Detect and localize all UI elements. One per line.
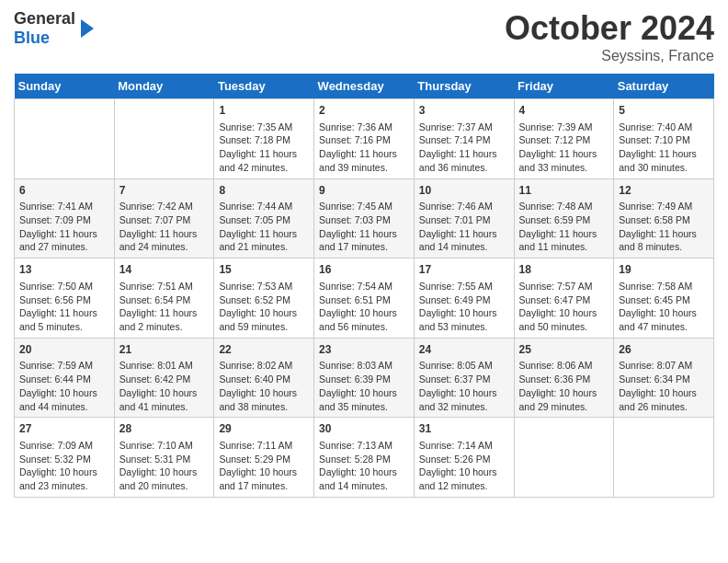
calendar-cell: 29Sunrise: 7:11 AM Sunset: 5:29 PM Dayli…: [214, 418, 314, 498]
day-info: Sunrise: 7:57 AM Sunset: 6:47 PM Dayligh…: [519, 280, 609, 334]
day-info: Sunrise: 8:01 AM Sunset: 6:42 PM Dayligh…: [119, 359, 210, 413]
logo-icon: General Blue: [14, 9, 75, 47]
header: General Blue October 2024 Seyssins, Fran…: [14, 9, 714, 64]
calendar-cell: 4Sunrise: 7:39 AM Sunset: 7:12 PM Daylig…: [514, 99, 614, 179]
day-info: Sunrise: 7:49 AM Sunset: 6:58 PM Dayligh…: [619, 200, 709, 254]
logo-general: General: [14, 9, 75, 28]
day-number: 22: [219, 342, 309, 358]
calendar-cell: 18Sunrise: 7:57 AM Sunset: 6:47 PM Dayli…: [514, 259, 614, 339]
calendar-cell: 22Sunrise: 8:02 AM Sunset: 6:40 PM Dayli…: [214, 338, 314, 418]
calendar-cell: 20Sunrise: 7:59 AM Sunset: 6:44 PM Dayli…: [15, 338, 115, 418]
day-info: Sunrise: 7:51 AM Sunset: 6:54 PM Dayligh…: [119, 280, 210, 334]
col-header-sunday: Sunday: [15, 74, 115, 99]
week-row-2: 6Sunrise: 7:41 AM Sunset: 7:09 PM Daylig…: [15, 178, 714, 259]
day-number: 6: [19, 183, 109, 199]
day-number: 2: [319, 103, 409, 119]
logo-arrow-icon: [81, 19, 94, 38]
location: Seyssins, France: [505, 48, 714, 64]
day-info: Sunrise: 7:55 AM Sunset: 6:49 PM Dayligh…: [419, 280, 509, 334]
calendar-cell: 28Sunrise: 7:10 AM Sunset: 5:31 PM Dayli…: [114, 418, 214, 498]
day-number: 25: [519, 342, 609, 358]
calendar-table: SundayMondayTuesdayWednesdayThursdayFrid…: [14, 74, 714, 498]
day-number: 3: [419, 103, 509, 119]
day-info: Sunrise: 8:07 AM Sunset: 6:34 PM Dayligh…: [619, 359, 709, 413]
month-title: October 2024: [505, 9, 714, 48]
calendar-cell: 17Sunrise: 7:55 AM Sunset: 6:49 PM Dayli…: [414, 259, 514, 339]
logo: General Blue: [14, 9, 94, 47]
calendar-cell: 2Sunrise: 7:36 AM Sunset: 7:16 PM Daylig…: [314, 99, 415, 179]
day-number: 15: [219, 262, 309, 278]
day-number: 5: [619, 103, 709, 119]
col-header-tuesday: Tuesday: [214, 74, 314, 99]
day-info: Sunrise: 7:10 AM Sunset: 5:31 PM Dayligh…: [119, 439, 210, 493]
calendar-cell: 24Sunrise: 8:05 AM Sunset: 6:37 PM Dayli…: [414, 338, 514, 418]
calendar-cell: 3Sunrise: 7:37 AM Sunset: 7:14 PM Daylig…: [414, 99, 514, 179]
calendar-cell: 8Sunrise: 7:44 AM Sunset: 7:05 PM Daylig…: [214, 178, 314, 259]
day-number: 1: [219, 103, 309, 119]
day-info: Sunrise: 7:53 AM Sunset: 6:52 PM Dayligh…: [219, 280, 309, 334]
calendar-cell: 30Sunrise: 7:13 AM Sunset: 5:28 PM Dayli…: [314, 418, 415, 498]
col-header-wednesday: Wednesday: [314, 74, 415, 99]
day-info: Sunrise: 7:40 AM Sunset: 7:10 PM Dayligh…: [619, 121, 709, 175]
day-number: 14: [119, 262, 210, 278]
day-info: Sunrise: 7:45 AM Sunset: 7:03 PM Dayligh…: [319, 200, 409, 254]
day-number: 28: [119, 421, 210, 437]
day-info: Sunrise: 7:48 AM Sunset: 6:59 PM Dayligh…: [519, 200, 609, 254]
calendar-cell: 19Sunrise: 7:58 AM Sunset: 6:45 PM Dayli…: [614, 259, 714, 339]
calendar-cell: 1Sunrise: 7:35 AM Sunset: 7:18 PM Daylig…: [214, 99, 314, 179]
day-number: 7: [119, 183, 210, 199]
calendar-cell: 25Sunrise: 8:06 AM Sunset: 6:36 PM Dayli…: [514, 338, 614, 418]
calendar-cell: 14Sunrise: 7:51 AM Sunset: 6:54 PM Dayli…: [114, 259, 214, 339]
day-number: 30: [319, 421, 409, 437]
day-number: 13: [19, 262, 109, 278]
day-info: Sunrise: 7:41 AM Sunset: 7:09 PM Dayligh…: [19, 200, 109, 254]
day-info: Sunrise: 7:44 AM Sunset: 7:05 PM Dayligh…: [219, 200, 309, 254]
col-header-monday: Monday: [114, 74, 214, 99]
day-number: 18: [519, 262, 609, 278]
calendar-header-row: SundayMondayTuesdayWednesdayThursdayFrid…: [15, 74, 714, 99]
calendar-cell: [114, 99, 214, 179]
calendar-cell: 31Sunrise: 7:14 AM Sunset: 5:26 PM Dayli…: [414, 418, 514, 498]
day-info: Sunrise: 7:58 AM Sunset: 6:45 PM Dayligh…: [619, 280, 709, 334]
day-info: Sunrise: 7:09 AM Sunset: 5:32 PM Dayligh…: [19, 439, 109, 493]
day-info: Sunrise: 7:42 AM Sunset: 7:07 PM Dayligh…: [119, 200, 210, 254]
day-info: Sunrise: 7:54 AM Sunset: 6:51 PM Dayligh…: [319, 280, 409, 334]
day-info: Sunrise: 8:06 AM Sunset: 6:36 PM Dayligh…: [519, 359, 609, 413]
day-number: 23: [319, 342, 409, 358]
day-info: Sunrise: 7:37 AM Sunset: 7:14 PM Dayligh…: [419, 121, 509, 175]
day-number: 26: [619, 342, 709, 358]
calendar-cell: 11Sunrise: 7:48 AM Sunset: 6:59 PM Dayli…: [514, 178, 614, 259]
day-info: Sunrise: 8:02 AM Sunset: 6:40 PM Dayligh…: [219, 359, 309, 413]
col-header-saturday: Saturday: [614, 74, 714, 99]
week-row-5: 27Sunrise: 7:09 AM Sunset: 5:32 PM Dayli…: [15, 418, 714, 498]
day-info: Sunrise: 7:46 AM Sunset: 7:01 PM Dayligh…: [419, 200, 509, 254]
day-number: 17: [419, 262, 509, 278]
calendar-cell: 10Sunrise: 7:46 AM Sunset: 7:01 PM Dayli…: [414, 178, 514, 259]
day-info: Sunrise: 7:39 AM Sunset: 7:12 PM Dayligh…: [519, 121, 609, 175]
day-number: 24: [419, 342, 509, 358]
calendar-cell: 13Sunrise: 7:50 AM Sunset: 6:56 PM Dayli…: [15, 259, 115, 339]
day-number: 8: [219, 183, 309, 199]
day-number: 20: [19, 342, 109, 358]
day-number: 29: [219, 421, 309, 437]
day-number: 31: [419, 421, 509, 437]
day-number: 9: [319, 183, 409, 199]
day-info: Sunrise: 7:35 AM Sunset: 7:18 PM Dayligh…: [219, 121, 309, 175]
day-number: 21: [119, 342, 210, 358]
calendar-cell: 5Sunrise: 7:40 AM Sunset: 7:10 PM Daylig…: [614, 99, 714, 179]
day-info: Sunrise: 7:59 AM Sunset: 6:44 PM Dayligh…: [19, 359, 109, 413]
calendar-cell: 9Sunrise: 7:45 AM Sunset: 7:03 PM Daylig…: [314, 178, 415, 259]
week-row-3: 13Sunrise: 7:50 AM Sunset: 6:56 PM Dayli…: [15, 259, 714, 339]
calendar-cell: 6Sunrise: 7:41 AM Sunset: 7:09 PM Daylig…: [15, 178, 115, 259]
logo-blue: Blue: [14, 29, 50, 47]
title-area: October 2024 Seyssins, France: [505, 9, 714, 64]
calendar-cell: 26Sunrise: 8:07 AM Sunset: 6:34 PM Dayli…: [614, 338, 714, 418]
calendar-cell: 7Sunrise: 7:42 AM Sunset: 7:07 PM Daylig…: [114, 178, 214, 259]
calendar-cell: 16Sunrise: 7:54 AM Sunset: 6:51 PM Dayli…: [314, 259, 415, 339]
calendar-cell: [514, 418, 614, 498]
col-header-friday: Friday: [514, 74, 614, 99]
week-row-1: 1Sunrise: 7:35 AM Sunset: 7:18 PM Daylig…: [15, 99, 714, 179]
calendar-cell: 27Sunrise: 7:09 AM Sunset: 5:32 PM Dayli…: [15, 418, 115, 498]
day-info: Sunrise: 8:03 AM Sunset: 6:39 PM Dayligh…: [319, 359, 409, 413]
day-info: Sunrise: 7:50 AM Sunset: 6:56 PM Dayligh…: [19, 280, 109, 334]
